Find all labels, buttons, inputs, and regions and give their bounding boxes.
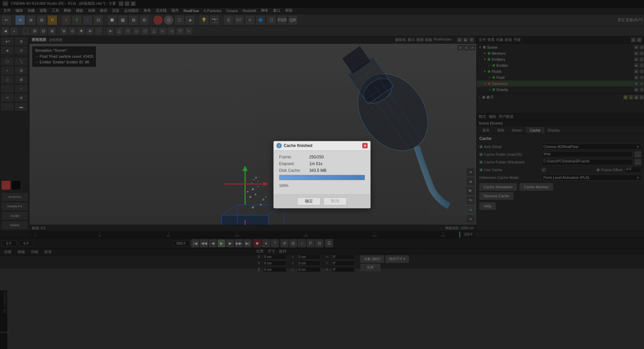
modal-title: Cache finished — [284, 143, 360, 148]
modal-progress-bar — [279, 175, 365, 180]
modal-percent: 100% — [279, 184, 365, 188]
modal-frame-row: Frame: 250/250 — [279, 155, 365, 159]
modal-cancel-btn[interactable]: 取消 — [323, 197, 347, 205]
modal-icon: i — [276, 143, 282, 148]
frame-label: Frame: — [279, 155, 309, 159]
frame-value: 250/250 — [309, 155, 324, 159]
modal-elapsed-row: Elapsed: 1m 51s — [279, 161, 365, 166]
elapsed-label: Elapsed: — [279, 161, 309, 166]
modal-footer: 确定 取消 — [274, 194, 370, 208]
elapsed-value: 1m 51s — [309, 161, 322, 166]
modal-body: Frame: 250/250 Elapsed: 1m 51s Disk Cach… — [274, 151, 370, 194]
modal-dialog: i Cache finished ✕ Frame: 250/250 Elapse… — [273, 141, 371, 208]
modal-progress-fill — [279, 175, 365, 180]
modal-titlebar: i Cache finished ✕ — [274, 141, 370, 151]
modal-close-btn[interactable]: ✕ — [362, 143, 368, 148]
modal-overlay: i Cache finished ✕ Frame: 250/250 Elapse… — [0, 0, 644, 349]
disk-label: Disk Cache: — [279, 168, 309, 173]
disk-value: 343.5 MB — [309, 168, 326, 173]
modal-ok-btn[interactable]: 确定 — [297, 197, 321, 205]
modal-disk-row: Disk Cache: 343.5 MB — [279, 168, 365, 173]
